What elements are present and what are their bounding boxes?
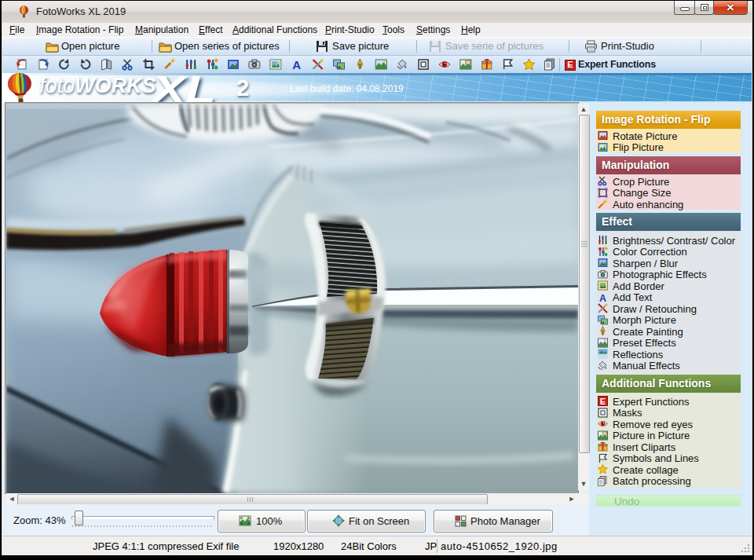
svg-text:A: A (599, 292, 606, 302)
svg-text:A: A (292, 58, 301, 71)
svg-text:E: E (600, 397, 606, 406)
